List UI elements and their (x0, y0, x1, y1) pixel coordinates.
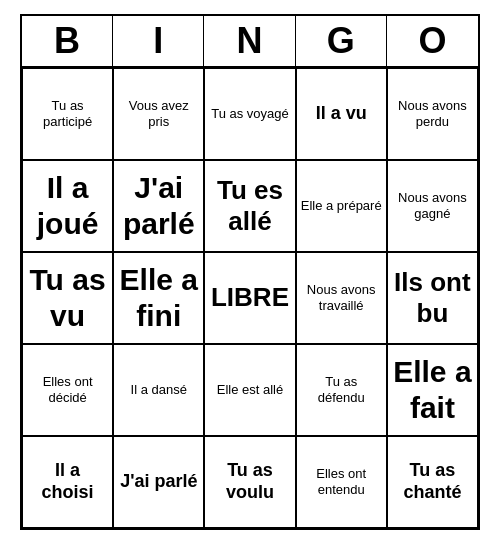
bingo-card: BINGO Tu as participéVous avez prisTu as… (20, 14, 480, 530)
bingo-cell: Ils ont bu (387, 252, 478, 344)
bingo-cell: Il a vu (296, 68, 387, 160)
header-letter: B (22, 16, 113, 66)
header-letter: O (387, 16, 478, 66)
bingo-cell: J'ai parlé (113, 436, 204, 528)
bingo-cell: Elle est allé (204, 344, 295, 436)
bingo-cell: Tu as défendu (296, 344, 387, 436)
header-letter: G (296, 16, 387, 66)
bingo-cell: Elle a préparé (296, 160, 387, 252)
bingo-cell: Tu as participé (22, 68, 113, 160)
bingo-cell: Il a choisi (22, 436, 113, 528)
bingo-cell: Nous avons travaillé (296, 252, 387, 344)
bingo-cell: LIBRE (204, 252, 295, 344)
bingo-cell: Tu as chanté (387, 436, 478, 528)
bingo-cell: Tu es allé (204, 160, 295, 252)
bingo-cell: J'ai parlé (113, 160, 204, 252)
header-letter: N (204, 16, 295, 66)
bingo-grid: Tu as participéVous avez prisTu as voyag… (22, 68, 478, 528)
bingo-cell: Tu as voyagé (204, 68, 295, 160)
bingo-cell: Nous avons perdu (387, 68, 478, 160)
bingo-cell: Elle a fait (387, 344, 478, 436)
bingo-cell: Elles ont décidé (22, 344, 113, 436)
bingo-cell: Elle a fini (113, 252, 204, 344)
bingo-cell: Il a joué (22, 160, 113, 252)
bingo-cell: Nous avons gagné (387, 160, 478, 252)
bingo-header: BINGO (22, 16, 478, 68)
bingo-cell: Elles ont entendu (296, 436, 387, 528)
bingo-cell: Tu as vu (22, 252, 113, 344)
bingo-cell: Vous avez pris (113, 68, 204, 160)
bingo-cell: Il a dansé (113, 344, 204, 436)
header-letter: I (113, 16, 204, 66)
bingo-cell: Tu as voulu (204, 436, 295, 528)
